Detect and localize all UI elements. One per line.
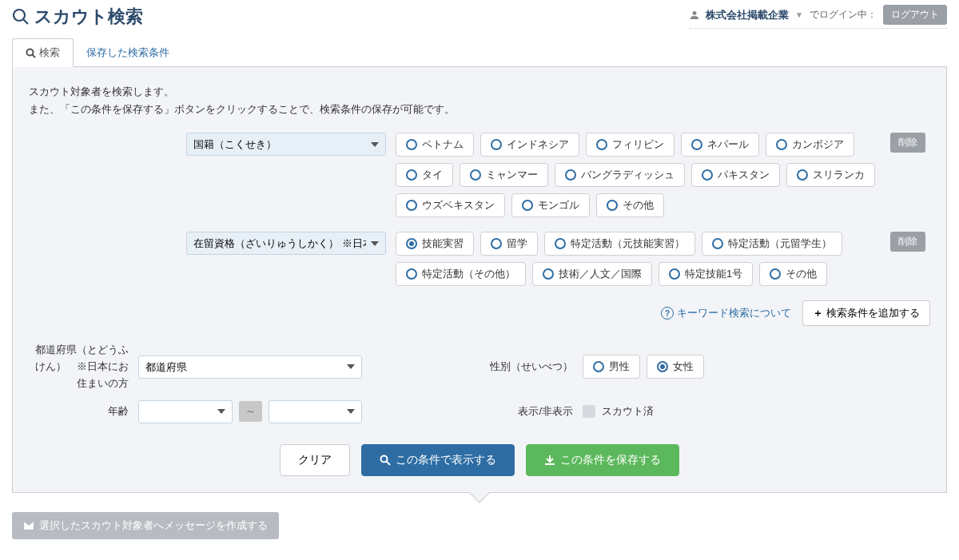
keyword-help-link[interactable]: キーワード検索について [661,306,791,320]
filter-option-label: 技術／人文／国際 [559,267,642,281]
filter-option[interactable]: 特定活動（元技能実習） [544,232,695,256]
filter-option[interactable]: 技能実習 [396,232,474,256]
filter-option-label: スリランカ [813,168,865,182]
filter-option-label: ミャンマー [486,168,538,182]
status-select[interactable]: 在留資格（ざいりゅうしかく） ※日本にお [186,232,386,255]
radio-icon [543,268,554,280]
tab-search[interactable]: 検索 [12,38,74,67]
age-from-select[interactable] [138,400,233,423]
compose-message-button[interactable]: 選択したスカウト対象者へメッセージを作成する [12,512,279,539]
filter-option-label: 特定活動（元技能実習） [571,236,685,251]
tab-bar: 検索 保存した検索条件 [12,38,947,67]
gender-female-option[interactable]: 女性 [647,355,704,379]
desc-line2: また、「この条件を保存する」ボタンをクリックすることで、検索条件の保存が可能です… [29,101,930,118]
filter-option[interactable]: その他 [759,262,827,286]
filter-option[interactable]: ミャンマー [460,163,548,187]
filter-option[interactable]: タイ [396,163,453,187]
radio-icon [596,139,607,150]
filter-option-label: タイ [422,168,443,182]
user-area: 株式会社掲載企業 ▼ でログイン中： ログアウト [690,5,947,29]
radio-icon [406,169,417,181]
page-title-text: スカウト検索 [34,5,143,29]
filter-option[interactable]: バングラディッシュ [555,163,685,187]
radio-icon [470,169,481,181]
prefecture-label: 都道府県（とどうふけん） ※日本にお住まいの方 [29,342,129,391]
filter-row-status: 在留資格（ざいりゅうしかく） ※日本にお 技能実習留学特定活動（元技能実習）特定… [29,232,930,286]
clear-button[interactable]: クリア [280,444,350,476]
filter-option[interactable]: 特定技能1号 [659,262,753,286]
filter-option-label: 技能実習 [422,236,464,251]
prefecture-select[interactable]: 都道府県 [138,355,362,379]
gender-male-option[interactable]: 男性 [583,355,640,379]
svg-line-1 [23,19,28,24]
age-to-select[interactable] [269,400,363,423]
radio-icon [406,238,417,249]
filter-option[interactable]: ベトナム [396,133,474,157]
radio-icon [593,361,604,372]
radio-icon [669,268,680,280]
filter-option[interactable]: ウズベキスタン [396,193,505,217]
filter-option[interactable]: 特定活動（元留学生） [702,232,842,256]
page-title: スカウト検索 [12,5,143,29]
filter-option-label: 留学 [507,236,527,251]
filter-option[interactable]: パキスタン [691,163,780,187]
filter-option[interactable]: 留学 [480,232,538,256]
svg-line-5 [387,461,391,465]
filter-option-label: 特定活動（元留学生） [728,236,832,251]
radio-icon [657,361,668,372]
filter-option[interactable]: インドネシア [480,133,579,157]
filter-option[interactable]: モンゴル [511,193,590,217]
delete-filter-button[interactable]: 削除 [890,133,925,153]
filter-option[interactable]: 技術／人文／国際 [532,262,652,286]
radio-icon [776,139,787,150]
filter-option-label: その他 [786,267,817,281]
radio-icon [607,200,618,211]
add-button-label: 検索条件を追加する [826,306,920,320]
filter-option-label: インドネシア [507,137,569,152]
search-icon [26,48,36,58]
search-button[interactable]: この条件で表示する [361,444,515,476]
filter-option[interactable]: ネパール [681,133,759,157]
show-hide-label: 表示/非表示 [413,403,573,420]
filter-option[interactable]: スリランカ [786,163,875,187]
logout-button[interactable]: ログアウト [883,5,947,25]
svg-point-0 [14,10,25,21]
filter-option-label: 特定技能1号 [685,267,742,281]
filter-option[interactable]: カンボジア [766,133,854,157]
chevron-down-icon[interactable]: ▼ [795,10,803,19]
radio-icon [406,268,417,280]
panel-pointer [469,483,489,502]
plus-icon: ＋ [813,306,823,320]
tab-saved-label: 保存した検索条件 [86,46,169,60]
tab-saved[interactable]: 保存した検索条件 [74,38,182,66]
radio-icon [491,139,502,150]
nationality-select[interactable]: 国籍（こくせき） [186,133,386,156]
filter-option-label: カンボジア [792,137,844,152]
filter-option[interactable]: 特定活動（その他） [396,262,526,286]
filter-option-label: 特定活動（その他） [422,267,515,281]
scout-done-label: スカウト済 [602,404,654,419]
desc-line1: スカウト対象者を検索します。 [29,83,930,101]
action-buttons: クリア この条件で表示する この条件を保存する [29,444,930,476]
save-button-label: この条件を保存する [560,453,661,467]
delete-filter-button[interactable]: 削除 [890,232,925,252]
scout-done-checkbox[interactable] [583,405,595,418]
search-icon [380,455,391,466]
radio-icon [712,238,723,249]
form-grid: 都道府県（とどうふけん） ※日本にお住まいの方 都道府県 性別（せいべつ） 男性… [29,342,930,423]
filter-option-label: フィリピン [612,137,664,152]
radio-icon [691,139,702,150]
filter-option[interactable]: その他 [596,193,664,217]
svg-point-4 [381,455,388,462]
filter-row-nationality: 国籍（こくせき） ベトナムインドネシアフィリピンネパールカンボジアタイミャンマー… [29,133,930,217]
radio-icon [406,200,417,211]
panel-description: スカウト対象者を検索します。 また、「この条件を保存する」ボタンをクリックするこ… [29,83,930,118]
range-separator: ～ [239,401,262,422]
tab-search-label: 検索 [39,46,60,60]
add-condition-button[interactable]: ＋ 検索条件を追加する [802,300,930,326]
save-button[interactable]: この条件を保存する [526,444,679,476]
envelope-icon [23,520,34,531]
search-button-label: この条件で表示する [396,453,496,467]
company-name[interactable]: 株式会社掲載企業 [706,8,789,22]
filter-option[interactable]: フィリピン [586,133,674,157]
